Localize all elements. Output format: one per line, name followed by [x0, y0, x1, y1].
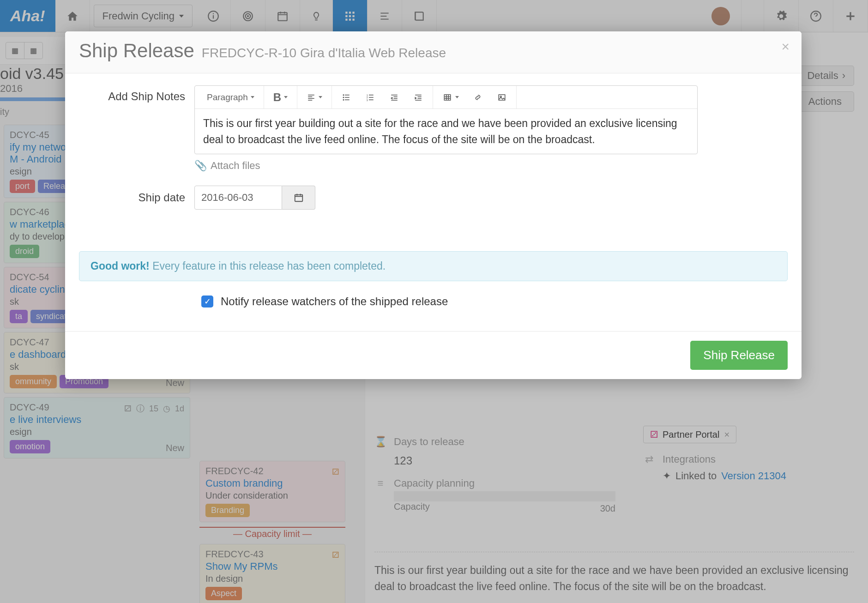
svg-rect-23 [444, 95, 451, 100]
number-list-button[interactable]: 123 [361, 90, 380, 104]
outdent-button[interactable] [385, 90, 404, 104]
notify-watchers-row[interactable]: ✓ Notify release watchers of the shipped… [201, 295, 783, 308]
caret-down-icon [251, 96, 254, 98]
ship-release-modal: Ship Release FREDCYC-R-10 Gira d'Italia … [65, 31, 802, 379]
caret-down-icon [284, 96, 288, 98]
paragraph-dropdown[interactable]: Paragraph [202, 90, 259, 105]
paperclip-icon: 📎 [194, 160, 207, 172]
modal-title: Ship Release [79, 40, 194, 62]
svg-rect-26 [295, 195, 302, 202]
editor-toolbar: Paragraph B 123 [195, 86, 697, 109]
svg-point-19 [343, 99, 344, 100]
success-alert: Good work! Every feature in this release… [79, 251, 788, 281]
table-button[interactable] [438, 90, 464, 104]
close-icon[interactable]: × [781, 39, 790, 54]
svg-text:3: 3 [367, 98, 368, 101]
editor-textarea[interactable]: This is our first year building out a si… [195, 109, 697, 154]
svg-point-18 [343, 97, 344, 98]
ship-date-field[interactable] [194, 186, 282, 210]
modal-subtitle: FREDCYC-R-10 Gira d'Italia Web Release [202, 46, 446, 60]
ship-release-button[interactable]: Ship Release [690, 341, 788, 370]
modal-header: Ship Release FREDCYC-R-10 Gira d'Italia … [65, 31, 802, 73]
modal-body: Add Ship Notes Paragraph B [65, 73, 802, 247]
rich-text-editor: Paragraph B 123 [194, 85, 698, 154]
svg-rect-24 [499, 95, 505, 100]
attach-files-button[interactable]: 📎 Attach files [194, 160, 783, 172]
ship-date-label: Ship date [84, 191, 185, 204]
indent-button[interactable] [409, 90, 428, 104]
svg-point-17 [343, 95, 344, 96]
notify-label: Notify release watchers of the shipped r… [221, 295, 448, 308]
caret-down-icon [455, 96, 459, 98]
notify-checkbox[interactable]: ✓ [201, 295, 213, 308]
ship-notes-label: Add Ship Notes [84, 85, 185, 103]
ship-date-input-group [194, 186, 783, 210]
bullet-list-button[interactable] [337, 90, 356, 104]
caret-down-icon [319, 96, 322, 98]
calendar-picker-button[interactable] [282, 186, 315, 210]
image-button[interactable] [492, 90, 512, 104]
align-button[interactable] [302, 90, 327, 104]
bold-button[interactable]: B [269, 88, 292, 107]
link-button[interactable] [468, 90, 488, 104]
modal-footer: Ship Release [65, 331, 802, 379]
